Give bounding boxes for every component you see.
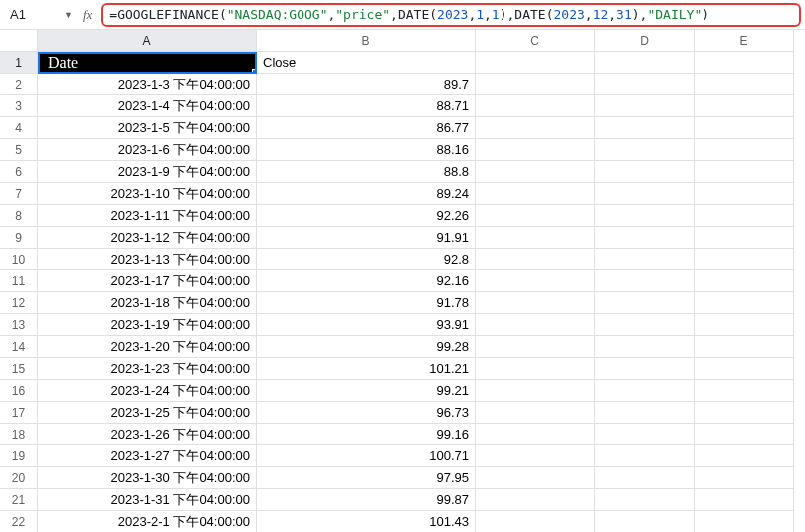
cell[interactable] [695, 74, 794, 95]
cell[interactable] [695, 358, 794, 380]
row-header[interactable]: 22 [0, 511, 38, 532]
fill-handle[interactable] [252, 69, 257, 74]
name-box-input[interactable] [4, 4, 56, 26]
row-header[interactable]: 12 [0, 292, 38, 314]
cell[interactable]: 97.95 [257, 467, 476, 489]
cell[interactable] [695, 95, 794, 117]
cell[interactable]: 92.16 [257, 270, 476, 292]
row-header[interactable]: 7 [0, 183, 38, 205]
cell[interactable]: 99.28 [257, 336, 476, 358]
cell[interactable] [595, 183, 695, 205]
cell[interactable]: 2023-1-25 下午04:00:00 [38, 402, 257, 424]
cell[interactable] [695, 183, 794, 205]
cell[interactable]: 92.26 [257, 205, 476, 227]
cell-b1[interactable]: Close [257, 52, 476, 74]
cell-e1[interactable] [695, 52, 794, 74]
cell[interactable] [595, 161, 695, 183]
cell[interactable]: 2023-1-31 下午04:00:00 [38, 489, 257, 511]
column-header-d[interactable]: D [595, 30, 695, 52]
row-header[interactable]: 18 [0, 424, 38, 445]
cell[interactable] [476, 467, 595, 489]
cell[interactable] [476, 139, 595, 161]
cell[interactable]: 2023-1-12 下午04:00:00 [38, 227, 257, 249]
cell[interactable] [476, 117, 595, 139]
cell[interactable] [476, 445, 595, 467]
cell[interactable]: 2023-1-10 下午04:00:00 [38, 183, 257, 205]
row-header[interactable]: 20 [0, 467, 38, 489]
cell[interactable] [595, 314, 695, 336]
cell[interactable]: 2023-1-13 下午04:00:00 [38, 249, 257, 270]
cell[interactable] [595, 336, 695, 358]
cell[interactable] [595, 445, 695, 467]
cell[interactable] [476, 489, 595, 511]
cell[interactable] [595, 270, 695, 292]
cell[interactable]: 88.8 [257, 161, 476, 183]
cell[interactable]: 88.71 [257, 95, 476, 117]
column-header-c[interactable]: C [476, 30, 595, 52]
cell[interactable]: 2023-1-3 下午04:00:00 [38, 74, 257, 95]
cell[interactable] [476, 380, 595, 402]
column-header-a[interactable]: A [38, 30, 257, 52]
row-header[interactable]: 15 [0, 358, 38, 380]
cell[interactable] [695, 336, 794, 358]
cell[interactable] [476, 511, 595, 532]
cell[interactable] [595, 117, 695, 139]
column-header-e[interactable]: E [695, 30, 794, 52]
name-box-dropdown-icon[interactable]: ▼ [60, 10, 77, 20]
cell[interactable] [476, 227, 595, 249]
cell[interactable] [695, 270, 794, 292]
cell[interactable]: 2023-1-5 下午04:00:00 [38, 117, 257, 139]
cell[interactable]: 89.7 [257, 74, 476, 95]
cell[interactable]: 93.91 [257, 314, 476, 336]
cell[interactable] [695, 511, 794, 532]
row-header[interactable]: 8 [0, 205, 38, 227]
row-header[interactable]: 4 [0, 117, 38, 139]
cell[interactable] [695, 161, 794, 183]
cell[interactable] [595, 358, 695, 380]
cell[interactable]: 86.77 [257, 117, 476, 139]
row-header[interactable]: 16 [0, 380, 38, 402]
cell[interactable] [595, 74, 695, 95]
cell[interactable] [595, 139, 695, 161]
row-header[interactable]: 9 [0, 227, 38, 249]
cell[interactable]: 99.21 [257, 380, 476, 402]
cell[interactable] [476, 424, 595, 445]
cell[interactable]: 2023-1-17 下午04:00:00 [38, 270, 257, 292]
cell[interactable]: 2023-1-24 下午04:00:00 [38, 380, 257, 402]
cell[interactable]: 2023-1-19 下午04:00:00 [38, 314, 257, 336]
cell[interactable]: 2023-1-11 下午04:00:00 [38, 205, 257, 227]
cell[interactable] [476, 402, 595, 424]
cell[interactable] [595, 95, 695, 117]
cell[interactable] [695, 117, 794, 139]
row-header[interactable]: 21 [0, 489, 38, 511]
cell[interactable]: 100.71 [257, 445, 476, 467]
cell[interactable] [476, 205, 595, 227]
cell[interactable] [595, 511, 695, 532]
cell[interactable] [476, 270, 595, 292]
cell[interactable]: 2023-1-4 下午04:00:00 [38, 95, 257, 117]
cell[interactable] [595, 424, 695, 445]
cell[interactable]: 2023-1-23 下午04:00:00 [38, 358, 257, 380]
cell[interactable] [695, 489, 794, 511]
cell[interactable]: 91.78 [257, 292, 476, 314]
cell[interactable]: 2023-1-20 下午04:00:00 [38, 336, 257, 358]
cell[interactable] [695, 205, 794, 227]
row-header[interactable]: 13 [0, 314, 38, 336]
cell[interactable]: 2023-1-26 下午04:00:00 [38, 424, 257, 445]
row-header-1[interactable]: 1 [0, 52, 38, 74]
cell[interactable] [476, 292, 595, 314]
cell[interactable]: 91.91 [257, 227, 476, 249]
cell[interactable] [695, 249, 794, 270]
spreadsheet-grid[interactable]: A B C D E 1 Date Close 22023-1-3 下午04:00… [0, 30, 805, 532]
cell[interactable] [595, 467, 695, 489]
cell[interactable] [476, 161, 595, 183]
cell[interactable] [476, 358, 595, 380]
cell[interactable] [695, 402, 794, 424]
cell[interactable]: 2023-1-27 下午04:00:00 [38, 445, 257, 467]
cell[interactable]: 99.87 [257, 489, 476, 511]
row-header[interactable]: 19 [0, 445, 38, 467]
cell[interactable] [595, 249, 695, 270]
cell[interactable] [695, 314, 794, 336]
cell[interactable] [476, 95, 595, 117]
cell[interactable] [695, 424, 794, 445]
